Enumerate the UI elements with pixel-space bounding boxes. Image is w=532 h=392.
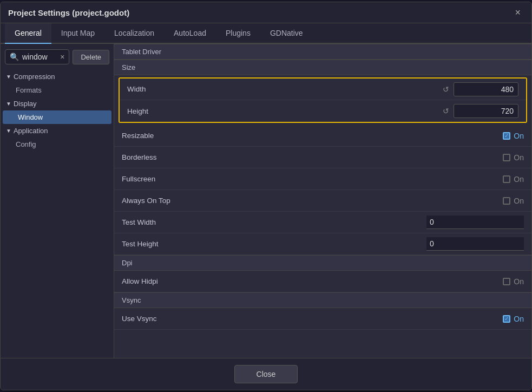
test-height-value — [426, 237, 524, 251]
search-clear-button[interactable]: × — [60, 53, 64, 61]
allow-hidpi-control: On — [503, 277, 524, 286]
tab-general[interactable]: General — [5, 23, 51, 44]
search-box: 🔍 × — [5, 49, 69, 64]
sidebar-item-config[interactable]: Config — [1, 138, 114, 151]
display-arrow-icon: ▼ — [6, 101, 11, 107]
test-width-label: Test Width — [122, 218, 426, 226]
search-input[interactable] — [22, 53, 57, 61]
tab-autoload[interactable]: AutoLoad — [164, 23, 216, 44]
fullscreen-on-label: On — [514, 175, 524, 184]
borderless-label: Borderless — [122, 153, 503, 161]
delete-button[interactable]: Delete — [73, 50, 109, 64]
search-icon: 🔍 — [10, 53, 19, 61]
sidebar: 🔍 × Delete ▼ Compression Formats ▼ Displ… — [1, 44, 114, 358]
fullscreen-row: Fullscreen On — [114, 168, 531, 190]
sidebar-group-compression[interactable]: ▼ Compression — [1, 70, 114, 83]
allow-hidpi-row: Allow Hidpi On — [114, 271, 531, 292]
tab-plugins[interactable]: Plugins — [216, 23, 260, 44]
borderless-checkbox[interactable] — [503, 154, 510, 161]
width-reset-icon[interactable]: ↺ — [443, 85, 449, 94]
use-vsync-on-label: On — [514, 315, 524, 323]
dialog-title: Project Settings (project.godot) — [8, 8, 129, 17]
height-label: Height — [127, 107, 443, 115]
content-area: 🔍 × Delete ▼ Compression Formats ▼ Displ… — [1, 44, 531, 358]
sidebar-item-window[interactable]: Window — [3, 110, 111, 124]
always-on-top-on-label: On — [514, 197, 524, 205]
title-bar: Project Settings (project.godot) × — [1, 2, 531, 23]
use-vsync-row: Use Vsync On — [114, 308, 531, 330]
test-height-row: Test Height — [114, 233, 531, 255]
always-on-top-label: Always On Top — [122, 197, 503, 205]
section-header-dpi: Dpi — [114, 255, 531, 271]
borderless-on-label: On — [514, 153, 524, 162]
always-on-top-row: Always On Top On — [114, 190, 531, 212]
width-row: Width ↺ — [120, 79, 526, 100]
footer-close-button[interactable]: Close — [234, 365, 298, 383]
use-vsync-label: Use Vsync — [122, 315, 503, 323]
search-delete-row: 🔍 × Delete — [1, 46, 114, 68]
tabs-bar: General Input Map Localization AutoLoad … — [1, 23, 531, 44]
allow-hidpi-checkbox[interactable] — [503, 278, 510, 285]
main-panel: Tablet Driver Size Width ↺ Height ↺ — [114, 44, 531, 358]
use-vsync-control: On — [503, 315, 524, 323]
height-row: Height ↺ — [120, 100, 526, 122]
height-input[interactable] — [454, 104, 518, 118]
width-input[interactable] — [454, 82, 518, 96]
test-height-label: Test Height — [122, 240, 426, 248]
allow-hidpi-on-label: On — [514, 277, 524, 286]
section-header-vsync: Vsync — [114, 292, 531, 308]
tab-input-map[interactable]: Input Map — [51, 23, 104, 44]
test-width-value — [426, 215, 524, 229]
sidebar-group-compression-label: Compression — [14, 73, 55, 81]
width-height-highlighted-group: Width ↺ Height ↺ — [119, 77, 527, 123]
tab-localization[interactable]: Localization — [104, 23, 164, 44]
borderless-row: Borderless On — [114, 147, 531, 168]
section-header-tablet-driver: Tablet Driver — [114, 44, 531, 60]
sidebar-group-application-label: Application — [14, 127, 48, 135]
fullscreen-control: On — [503, 175, 524, 184]
dialog-footer: Close — [1, 358, 531, 390]
test-width-row: Test Width — [114, 212, 531, 233]
test-height-input[interactable] — [426, 237, 524, 251]
resizable-checkbox[interactable] — [503, 132, 510, 140]
fullscreen-label: Fullscreen — [122, 175, 503, 183]
resizable-row: Resizable On — [114, 125, 531, 147]
resizable-label: Resizable — [122, 132, 503, 140]
height-reset-icon[interactable]: ↺ — [443, 107, 449, 115]
fullscreen-checkbox[interactable] — [503, 175, 510, 183]
use-vsync-checkbox[interactable] — [503, 315, 510, 323]
application-arrow-icon: ▼ — [6, 128, 11, 134]
borderless-control: On — [503, 153, 524, 162]
height-value: ↺ — [443, 104, 518, 118]
width-value: ↺ — [443, 82, 518, 96]
sidebar-group-display-label: Display — [14, 100, 37, 108]
dialog-close-button[interactable]: × — [511, 6, 524, 18]
tab-gdnative[interactable]: GDNative — [260, 23, 313, 44]
allow-hidpi-label: Allow Hidpi — [122, 277, 503, 285]
project-settings-dialog: Project Settings (project.godot) × Gener… — [0, 2, 532, 390]
resizable-on-label: On — [514, 132, 524, 140]
sidebar-group-display[interactable]: ▼ Display — [1, 97, 114, 110]
section-header-size: Size — [114, 60, 531, 75]
resizable-control: On — [503, 132, 524, 140]
width-label: Width — [127, 85, 443, 93]
sidebar-tree: ▼ Compression Formats ▼ Display Window ▼… — [1, 68, 114, 153]
sidebar-group-application[interactable]: ▼ Application — [1, 124, 114, 138]
test-width-input[interactable] — [426, 215, 524, 229]
always-on-top-checkbox[interactable] — [503, 197, 510, 205]
compression-arrow-icon: ▼ — [6, 74, 11, 80]
sidebar-item-formats[interactable]: Formats — [1, 83, 114, 97]
always-on-top-control: On — [503, 197, 524, 205]
